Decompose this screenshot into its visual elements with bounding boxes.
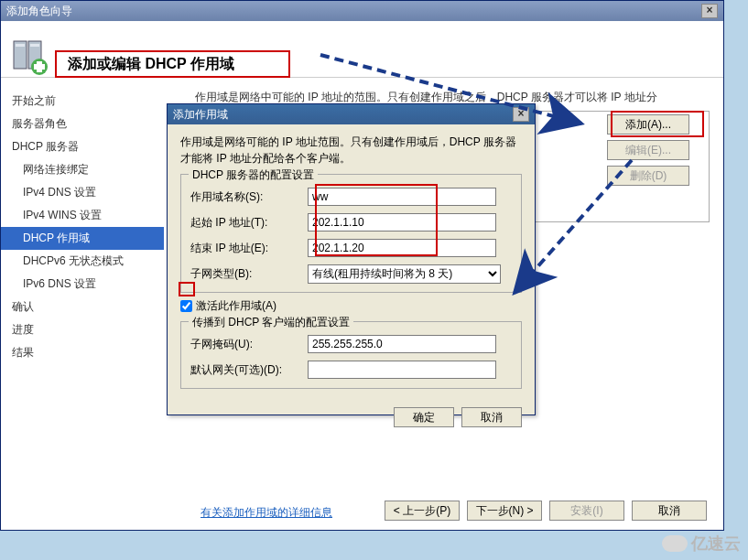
- scope-name-input[interactable]: [308, 188, 496, 206]
- sidebar-item-10[interactable]: 进度: [1, 318, 164, 341]
- sidebar-item-4[interactable]: IPv4 DNS 设置: [1, 181, 164, 204]
- wizard-header: 添加或编辑 DHCP 作用域: [1, 21, 723, 78]
- subnet-mask-input[interactable]: [308, 335, 496, 353]
- end-ip-label: 结束 IP 地址(E):: [190, 241, 308, 256]
- dialog-footer: 确定 取消: [168, 404, 535, 436]
- dialog-cancel-button[interactable]: 取消: [461, 407, 522, 427]
- dialog-titlebar[interactable]: 添加作用域 ×: [168, 104, 535, 124]
- activate-scope-row: 激活此作用域(A): [180, 298, 522, 314]
- prev-button[interactable]: < 上一步(P): [385, 501, 460, 521]
- subnet-type-select[interactable]: 有线(租用持续时间将为 8 天): [308, 264, 501, 284]
- edit-button: 编辑(E)...: [607, 140, 689, 160]
- sidebar-item-9[interactable]: 确认: [1, 296, 164, 318]
- dialog-body: 作用域是网络可能的 IP 地址范围。只有创建作用域后，DHCP 服务器才能将 I…: [168, 124, 535, 404]
- dialog-ok-button[interactable]: 确定: [394, 407, 454, 427]
- cancel-button[interactable]: 取消: [632, 501, 707, 521]
- watermark: 亿速云: [662, 533, 741, 555]
- next-button[interactable]: 下一步(N) >: [467, 501, 542, 521]
- start-ip-label: 起始 IP 地址(T):: [190, 215, 308, 231]
- groupbox-client-config-title: 传播到 DHCP 客户端的配置设置: [189, 315, 353, 330]
- add-scope-dialog: 添加作用域 × 作用域是网络可能的 IP 地址范围。只有创建作用域后，DHCP …: [167, 103, 536, 415]
- gateway-label: 默认网关(可选)(D):: [190, 362, 308, 378]
- action-buttons-column: 添加(A)... 编辑(E)... 删除(D): [607, 114, 700, 191]
- window-titlebar[interactable]: 添加角色向导 ×: [1, 1, 723, 21]
- sidebar-item-6[interactable]: DHCP 作用域: [1, 227, 164, 250]
- watermark-text: 亿速云: [691, 533, 741, 555]
- sidebar-item-11[interactable]: 结果: [1, 341, 164, 364]
- cloud-icon: [662, 535, 688, 552]
- more-info-link[interactable]: 有关添加作用域的详细信息: [201, 506, 332, 519]
- sidebar-item-7[interactable]: DHCPv6 无状态模式: [1, 250, 164, 273]
- end-ip-input[interactable]: [308, 239, 496, 257]
- subnet-mask-label: 子网掩码(U):: [190, 337, 308, 352]
- activate-scope-checkbox[interactable]: [180, 300, 192, 312]
- sidebar-item-5[interactable]: IPv4 WINS 设置: [1, 204, 164, 227]
- wizard-sidebar: 开始之前服务器角色DHCP 服务器网络连接绑定IPv4 DNS 设置IPv4 W…: [1, 78, 164, 530]
- start-ip-input[interactable]: [308, 213, 496, 232]
- subnet-type-label: 子网类型(B):: [190, 266, 308, 282]
- svg-rect-6: [34, 64, 45, 70]
- window-title: 添加角色向导: [6, 4, 72, 19]
- more-info-row: 有关添加作用域的详细信息: [201, 505, 332, 521]
- svg-rect-3: [30, 44, 39, 47]
- page-title-outlined: 添加或编辑 DHCP 作用域: [55, 50, 290, 78]
- wizard-footer: < 上一步(P) 下一步(N) > 安装(I) 取消: [385, 501, 707, 521]
- activate-scope-label: 激活此作用域(A): [196, 298, 276, 314]
- groupbox-server-config-title: DHCP 服务器的配置设置: [189, 167, 318, 183]
- dialog-title: 添加作用域: [173, 107, 228, 123]
- gateway-input[interactable]: [308, 361, 496, 379]
- groupbox-server-config: DHCP 服务器的配置设置 作用域名称(S): 起始 IP 地址(T): 结束 …: [180, 174, 522, 293]
- close-icon[interactable]: ×: [701, 4, 718, 18]
- sidebar-item-1[interactable]: 服务器角色: [1, 113, 164, 135]
- install-button: 安装(I): [549, 501, 624, 521]
- svg-rect-2: [16, 44, 25, 47]
- sidebar-item-3[interactable]: 网络连接绑定: [1, 158, 164, 181]
- sidebar-item-0[interactable]: 开始之前: [1, 90, 164, 113]
- server-plus-icon: [10, 38, 49, 76]
- groupbox-client-config: 传播到 DHCP 客户端的配置设置 子网掩码(U): 默认网关(可选)(D):: [180, 321, 522, 389]
- delete-button: 删除(D): [607, 166, 689, 186]
- dialog-description: 作用域是网络可能的 IP 地址范围。只有创建作用域后，DHCP 服务器才能将 I…: [180, 134, 522, 167]
- sidebar-item-2[interactable]: DHCP 服务器: [1, 135, 164, 158]
- sidebar-item-8[interactable]: IPv6 DNS 设置: [1, 273, 164, 296]
- scope-name-label: 作用域名称(S):: [190, 189, 308, 205]
- add-button[interactable]: 添加(A)...: [607, 114, 689, 135]
- page-title: 添加或编辑 DHCP 作用域: [68, 55, 234, 74]
- dialog-close-icon[interactable]: ×: [513, 107, 529, 122]
